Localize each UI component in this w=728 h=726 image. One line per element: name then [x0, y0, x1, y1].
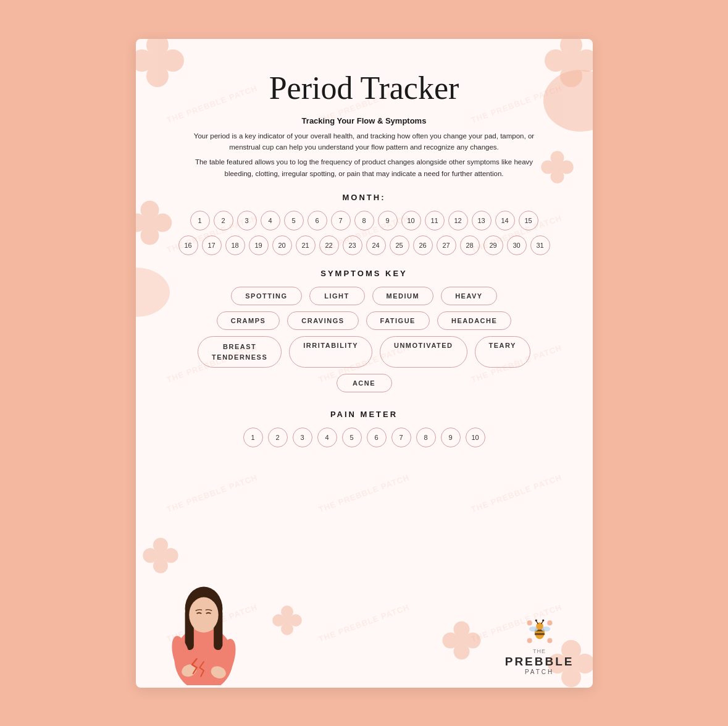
- svg-point-52: [527, 620, 532, 625]
- symptom-spotting[interactable]: SPOTTING: [231, 287, 301, 305]
- pain-1[interactable]: 1: [243, 428, 263, 447]
- day-7[interactable]: 7: [331, 211, 351, 230]
- svg-point-23: [281, 622, 293, 635]
- pain-6[interactable]: 6: [367, 428, 387, 447]
- svg-point-9: [563, 52, 580, 69]
- pain-5[interactable]: 5: [342, 428, 362, 447]
- symptom-teary[interactable]: TEARY: [475, 336, 530, 368]
- svg-point-47: [189, 597, 219, 632]
- symptom-breast-tenderness[interactable]: BREASTTENDERNESS: [198, 336, 282, 368]
- svg-point-17: [453, 621, 469, 637]
- day-18[interactable]: 18: [225, 235, 245, 255]
- day-20[interactable]: 20: [272, 235, 292, 255]
- svg-point-30: [559, 160, 573, 174]
- day-6[interactable]: 6: [308, 211, 327, 230]
- symptom-acne[interactable]: ACNE: [337, 374, 392, 392]
- day-27[interactable]: 27: [437, 235, 456, 255]
- day-29[interactable]: 29: [483, 235, 503, 255]
- day-14[interactable]: 14: [495, 211, 515, 230]
- symptom-light[interactable]: LIGHT: [309, 287, 365, 305]
- pain-4[interactable]: 4: [317, 428, 337, 447]
- svg-point-11: [140, 226, 159, 245]
- day-8[interactable]: 8: [354, 211, 374, 230]
- day-30[interactable]: 30: [507, 235, 527, 255]
- day-19[interactable]: 19: [249, 235, 269, 255]
- symptom-heavy[interactable]: HEAVY: [441, 287, 497, 305]
- brand-the: THE: [505, 648, 574, 654]
- svg-point-6: [560, 65, 582, 87]
- day-12[interactable]: 12: [448, 211, 468, 230]
- pain-3[interactable]: 3: [293, 428, 312, 447]
- symptom-medium[interactable]: MEDIUM: [372, 287, 434, 305]
- day-11[interactable]: 11: [425, 211, 445, 230]
- day-25[interactable]: 25: [390, 235, 409, 255]
- pain-row: 1 2 3 4 5 6 7 8 9 10: [173, 428, 556, 447]
- svg-point-4: [149, 52, 166, 69]
- day-9[interactable]: 9: [378, 211, 398, 230]
- svg-point-19: [442, 632, 458, 648]
- days-row-1: 1 2 3 4 5 6 7 8 9 10 11 12 13 14 15: [173, 211, 556, 230]
- day-24[interactable]: 24: [366, 235, 386, 255]
- svg-point-64: [535, 619, 537, 621]
- day-1[interactable]: 1: [190, 211, 210, 230]
- svg-point-54: [527, 638, 532, 643]
- symptoms-row-1: SPOTTING LIGHT MEDIUM HEAVY: [231, 287, 496, 305]
- svg-point-21: [455, 634, 467, 646]
- svg-point-36: [154, 549, 166, 561]
- day-3[interactable]: 3: [237, 211, 257, 230]
- symptom-fatigue[interactable]: FATIGUE: [366, 311, 430, 330]
- svg-point-3: [162, 49, 184, 72]
- svg-point-0: [146, 39, 169, 56]
- page-title: Period Tracker: [173, 70, 556, 106]
- description2: The table featured allows you to log the…: [185, 156, 543, 179]
- svg-point-1: [146, 65, 169, 87]
- svg-point-55: [547, 638, 552, 643]
- flower-bottom-right: [441, 620, 482, 663]
- day-10[interactable]: 10: [401, 211, 421, 230]
- flower-mid-left: [136, 200, 173, 248]
- pain-2[interactable]: 2: [268, 428, 288, 447]
- day-23[interactable]: 23: [343, 235, 362, 255]
- day-17[interactable]: 17: [202, 235, 222, 255]
- brand-sub: PATCH: [505, 669, 574, 675]
- svg-point-10: [140, 200, 159, 219]
- symptom-cravings[interactable]: CRAVINGS: [287, 311, 358, 330]
- symptom-irritability[interactable]: IRRITABILITY: [289, 336, 372, 368]
- main-content: Period Tracker Tracking Your Flow & Symp…: [173, 70, 556, 559]
- pain-7[interactable]: 7: [391, 428, 411, 447]
- symptoms-row-4: ACNE: [337, 374, 392, 392]
- svg-point-61: [536, 622, 543, 629]
- svg-point-5: [560, 39, 582, 56]
- day-21[interactable]: 21: [296, 235, 316, 255]
- day-26[interactable]: 26: [413, 235, 433, 255]
- day-4[interactable]: 4: [261, 211, 280, 230]
- day-15[interactable]: 15: [519, 211, 538, 230]
- svg-point-24: [272, 614, 285, 627]
- symptoms-grid: SPOTTING LIGHT MEDIUM HEAVY CRAMPS CRAVI…: [173, 287, 556, 392]
- day-13[interactable]: 13: [472, 211, 492, 230]
- pain-9[interactable]: 9: [441, 428, 461, 447]
- subtitle: Tracking Your Flow & Symptoms: [173, 116, 556, 125]
- pain-8[interactable]: 8: [416, 428, 436, 447]
- symptom-unmotivated[interactable]: UNMOTIVATED: [380, 336, 467, 368]
- pain-10[interactable]: 10: [466, 428, 485, 447]
- symptoms-row-2: CRAMPS CRAVINGS FATIGUE HEADACHE: [217, 311, 512, 330]
- day-16[interactable]: 16: [178, 235, 198, 255]
- svg-point-26: [282, 615, 292, 625]
- svg-point-20: [464, 632, 480, 648]
- day-2[interactable]: 2: [214, 211, 233, 230]
- svg-point-13: [153, 213, 172, 232]
- svg-rect-58: [534, 633, 544, 635]
- brand-area: THE PREBBLE PATCH: [505, 618, 574, 675]
- day-28[interactable]: 28: [460, 235, 480, 255]
- svg-point-40: [575, 654, 593, 673]
- svg-point-8: [575, 49, 593, 72]
- svg-point-22: [281, 606, 293, 618]
- day-31[interactable]: 31: [530, 235, 550, 255]
- svg-point-65: [542, 619, 544, 621]
- symptom-headache[interactable]: HEADACHE: [437, 311, 511, 330]
- day-5[interactable]: 5: [284, 211, 304, 230]
- day-22[interactable]: 22: [319, 235, 339, 255]
- brand-name: PREBBLE: [505, 655, 574, 669]
- symptom-cramps[interactable]: CRAMPS: [217, 311, 280, 330]
